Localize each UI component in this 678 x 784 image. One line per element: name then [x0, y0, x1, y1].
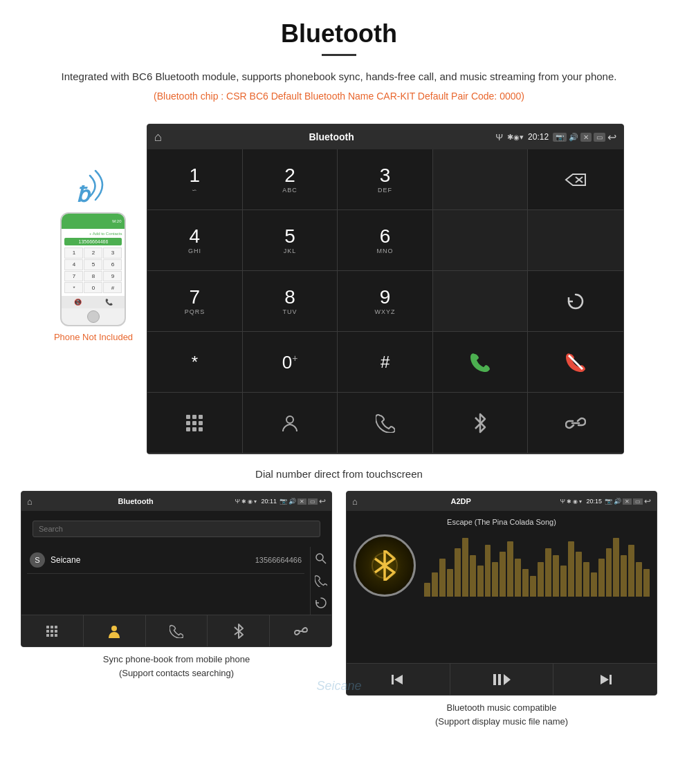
pb-home-icon[interactable]: ⌂ — [27, 496, 33, 507]
dialpad-grid: 1 ∽ 2 ABC 3 DEF — [147, 149, 623, 454]
dial-star-sym: * — [192, 353, 198, 372]
dial-refresh-btn[interactable] — [528, 271, 623, 332]
music-prev-btn[interactable] — [347, 664, 450, 695]
phone-key-7: 7 — [64, 271, 83, 282]
prev-icon — [390, 672, 405, 687]
phone-key-5: 5 — [84, 259, 102, 270]
pb-nav-dialpad[interactable] — [21, 615, 84, 646]
music-home-icon[interactable]: ⌂ — [352, 496, 358, 507]
pb-nav-bt[interactable] — [208, 615, 270, 646]
dial-key-1[interactable]: 1 ∽ — [147, 149, 243, 210]
viz-bar — [643, 569, 650, 597]
dial-empty-4 — [433, 271, 529, 332]
nav-phone-btn[interactable] — [338, 393, 433, 454]
dial-key-7[interactable]: 7 PQRS — [147, 271, 243, 332]
pb-search-bar[interactable]: Search — [33, 521, 320, 537]
svg-rect-10 — [192, 427, 196, 431]
pb-search-icon[interactable] — [315, 552, 327, 565]
svg-marker-32 — [504, 674, 511, 685]
nav-dialpad-btn[interactable] — [147, 393, 243, 454]
dial-key-3[interactable]: 3 DEF — [338, 149, 433, 210]
dial-key-0[interactable]: 0+ — [243, 332, 338, 393]
pb-contact-list: S Seicane 13566664466 — [21, 547, 310, 615]
pb-bottom-bar — [21, 615, 331, 646]
viz-bar — [485, 545, 491, 597]
dial-key-8[interactable]: 8 TUV — [243, 271, 338, 332]
music-close-btn[interactable]: ✕ — [623, 498, 632, 505]
close-status-btn[interactable]: ✕ — [580, 133, 592, 142]
pb-nav-phone[interactable] — [146, 615, 208, 646]
music-play-pause-btn[interactable] — [450, 664, 554, 695]
music-device: ⌂ A2DP Ψ ✱ ◉ ▾ 20:15 📷 🔊 ✕ ▭ ↩ Escape (T… — [346, 491, 657, 696]
dial-key-9[interactable]: 9 WXYZ — [338, 271, 433, 332]
home-icon[interactable]: ⌂ — [154, 130, 162, 144]
phone-key-4: 4 — [64, 259, 83, 270]
music-bottom-bar — [347, 663, 657, 695]
music-status-bar: ⌂ A2DP Ψ ✱ ◉ ▾ 20:15 📷 🔊 ✕ ▭ ↩ — [347, 492, 657, 511]
dial-backspace-btn[interactable] — [528, 149, 623, 210]
dial-key-hash[interactable]: # — [338, 332, 433, 393]
contacts-person-icon — [280, 413, 300, 433]
pb-title: Bluetooth — [37, 497, 235, 505]
dial-call-btn[interactable] — [433, 332, 529, 393]
pb-nav-person[interactable] — [84, 615, 146, 646]
main-caption: Dial number direct from touchscreen — [0, 461, 678, 491]
pb-caption: Sync phone-book from mobile phone (Suppo… — [103, 653, 250, 680]
music-caption: Bluetooth music compatible (Support disp… — [435, 701, 568, 728]
pb-search-row: Search — [21, 511, 331, 547]
viz-bar — [576, 552, 582, 597]
phone-key-hash: # — [103, 282, 122, 293]
dial-num-8: 8 — [284, 288, 295, 307]
viz-bar — [500, 552, 506, 597]
pb-search-placeholder: Search — [39, 525, 63, 533]
dial-empty-1 — [433, 149, 529, 210]
dial-sub-5: JKL — [284, 248, 297, 254]
svg-rect-8 — [199, 421, 203, 425]
viz-bar — [598, 559, 605, 597]
call-red-icon — [565, 351, 587, 373]
svg-point-12 — [286, 416, 293, 423]
back-icon[interactable]: ↩ — [607, 131, 616, 144]
phone-not-included-label: Phone Not Included — [54, 332, 133, 342]
svg-rect-19 — [46, 630, 49, 633]
music-usb-icon: Ψ — [560, 498, 565, 505]
phone-bottom-bar: 📵 📞 — [62, 296, 125, 308]
viz-bar — [492, 562, 498, 597]
main-status-title: Bluetooth — [167, 131, 495, 142]
nav-link-btn[interactable] — [528, 393, 623, 454]
dial-num-5: 5 — [284, 227, 295, 246]
dial-key-5[interactable]: 5 JKL — [243, 210, 338, 271]
viz-bar — [439, 559, 446, 597]
pb-close-btn[interactable]: ✕ — [297, 498, 306, 505]
viz-bar — [538, 562, 544, 597]
dial-end-btn[interactable] — [528, 332, 623, 393]
music-back-icon[interactable]: ↩ — [644, 496, 651, 506]
phone-screen: + Add to Contacts 13566664466 1 2 3 4 5 … — [62, 229, 125, 296]
dial-key-2[interactable]: 2 ABC — [243, 149, 338, 210]
svg-rect-7 — [192, 421, 196, 425]
dial-key-star[interactable]: * — [147, 332, 243, 393]
dial-key-6[interactable]: 6 MNO — [338, 210, 433, 271]
dial-empty-2 — [433, 210, 529, 271]
svg-rect-31 — [498, 674, 501, 685]
pb-nav-link[interactable] — [270, 615, 331, 646]
viz-bar — [560, 566, 567, 597]
pb-phone-icon[interactable] — [315, 575, 327, 587]
svg-rect-34 — [610, 675, 612, 684]
gps-status-icon: ◉ — [513, 133, 520, 141]
pb-contact-item[interactable]: S Seicane 13566664466 — [27, 547, 304, 574]
svg-rect-30 — [493, 674, 496, 685]
pb-refresh-icon[interactable] — [315, 597, 327, 609]
pb-bt-nav-icon — [233, 624, 244, 639]
dial-key-4[interactable]: 4 GHI — [147, 210, 243, 271]
music-caption-line2: (Support display music file name) — [435, 716, 568, 727]
pb-time: 20:11 — [261, 498, 277, 505]
nav-bluetooth-btn[interactable] — [433, 393, 529, 454]
music-next-btn[interactable] — [553, 664, 657, 695]
svg-rect-18 — [55, 626, 57, 628]
nav-contacts-btn[interactable] — [243, 393, 338, 454]
dialpad-grid-icon — [185, 413, 204, 433]
dial-num-6: 6 — [380, 227, 391, 246]
pb-back-icon[interactable]: ↩ — [319, 496, 326, 506]
viz-bar — [628, 545, 634, 597]
